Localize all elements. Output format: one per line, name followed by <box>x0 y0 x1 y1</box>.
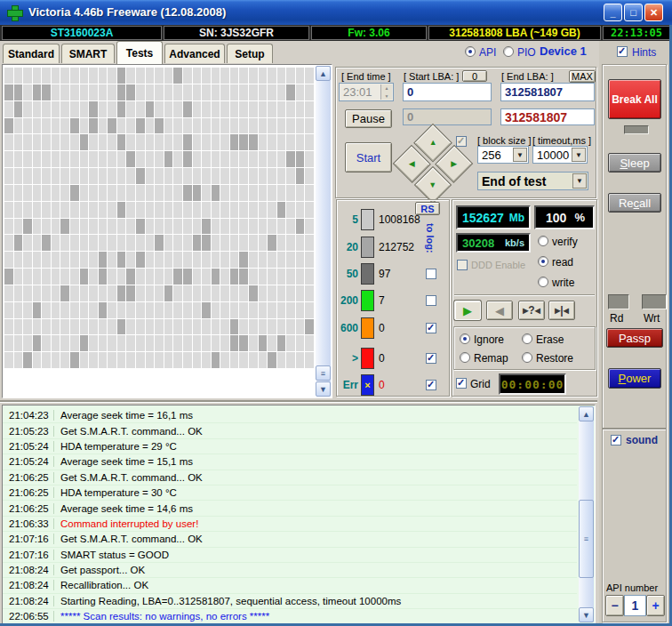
log-panel: 21:04:23 Average seek time = 16,1 ms 21:… <box>2 405 596 624</box>
break-all-button[interactable]: Break All <box>608 79 661 119</box>
tab-smart[interactable]: SMART <box>61 44 115 63</box>
scan-block <box>286 252 295 268</box>
timeout-dropdown-icon[interactable]: ▼ <box>572 148 586 162</box>
scan-block <box>33 168 42 184</box>
api-radio[interactable] <box>465 46 476 57</box>
read-radio[interactable] <box>538 256 548 267</box>
scan-block <box>296 352 305 368</box>
scan-block <box>33 68 42 84</box>
passp-button[interactable]: Passp <box>606 328 663 348</box>
pause-button[interactable]: Pause <box>345 109 392 128</box>
grid-scroll-up-icon[interactable]: ▲ <box>316 66 331 81</box>
scan-block <box>193 202 202 218</box>
end-action-combo[interactable]: End of test ▼ <box>477 172 588 190</box>
scan-block <box>108 118 116 134</box>
verify-radio[interactable] <box>538 236 548 246</box>
start-lba-zero-button[interactable]: 0 <box>462 70 487 82</box>
scan-block <box>249 151 258 167</box>
scan-block <box>296 302 305 318</box>
scan-block <box>305 84 314 100</box>
tab-standard[interactable]: Standard <box>3 44 60 63</box>
scan-block <box>42 302 51 318</box>
log-scroll-up-icon[interactable]: ▲ <box>579 406 594 421</box>
spin-up-icon[interactable]: ▲ <box>385 85 389 91</box>
sleep-button[interactable]: Sleep <box>608 153 661 173</box>
scan-block <box>305 151 314 167</box>
scan-surface-panel: ▲ ≡ ▼ <box>2 64 332 398</box>
minimize-button[interactable]: _ <box>604 4 622 21</box>
scan-block <box>89 134 98 150</box>
restore-radio[interactable] <box>522 352 532 363</box>
scan-block <box>249 168 258 184</box>
close-button[interactable]: ✕ <box>644 4 663 21</box>
block-size-dropdown-icon[interactable]: ▼ <box>513 148 527 162</box>
histogram-block <box>361 209 374 230</box>
seek-test-button[interactable]: ▸?◂ <box>518 301 545 320</box>
start-lba-input[interactable]: 0 <box>403 83 492 101</box>
scan-block <box>173 302 182 318</box>
scan-block <box>80 185 89 201</box>
log-scroll-thumb[interactable]: ≡ <box>579 500 594 578</box>
end-action-dropdown-icon[interactable]: ▼ <box>572 173 587 189</box>
nav-up-icon: ▲ <box>429 138 437 147</box>
scan-block <box>173 151 182 167</box>
scan-block <box>277 84 286 100</box>
write-radio[interactable] <box>538 277 548 287</box>
grid-scroll-down-icon[interactable]: ▼ <box>316 381 331 397</box>
power-label-key: P <box>619 372 627 385</box>
start-button[interactable]: Start <box>345 142 392 173</box>
scan-block <box>42 68 51 84</box>
to-log-checkbox-50[interactable] <box>426 269 436 279</box>
scan-block <box>42 319 51 335</box>
sidebar: Hints Break All Sleep Recall Rd Wrt Pass… <box>599 41 669 624</box>
step-back-button[interactable]: ◀ <box>486 301 513 320</box>
remap-radio[interactable] <box>460 352 470 363</box>
log-scroll-down-icon[interactable]: ▼ <box>579 607 594 622</box>
app-icon[interactable] <box>7 5 21 20</box>
power-label-post: ower <box>626 372 651 385</box>
recall-button[interactable]: Recall <box>608 193 661 213</box>
scan-block <box>286 352 295 368</box>
end-time-spinner[interactable]: ▲ ▼ <box>380 84 392 100</box>
to-log-checkbox-error[interactable] <box>426 380 436 390</box>
scan-block <box>305 285 314 301</box>
play-button[interactable]: ▶ <box>454 301 481 320</box>
sound-checkbox[interactable] <box>611 435 621 445</box>
end-lba-max-button[interactable]: MAX <box>569 70 596 83</box>
ignore-radio[interactable] <box>460 333 470 344</box>
tab-setup[interactable]: Setup <box>227 44 273 63</box>
tab-tests[interactable]: Tests <box>116 41 163 64</box>
scan-block <box>212 84 220 100</box>
recall-label-post: all <box>639 197 651 210</box>
scan-block <box>239 352 248 368</box>
device-label[interactable]: Device 1 <box>540 44 587 58</box>
scan-block <box>277 352 286 368</box>
grid-scrollbar[interactable]: ▲ ≡ ▼ <box>316 66 331 397</box>
end-lba-input[interactable]: 312581807 <box>500 83 595 101</box>
api-number-plus-button[interactable]: + <box>646 595 665 616</box>
scan-block <box>239 68 248 84</box>
grid-checkbox[interactable] <box>456 378 467 389</box>
block-size-combo[interactable]: 256 ▼ <box>477 146 529 164</box>
log-scrollbar[interactable]: ▲ ≡ ▼ <box>579 406 594 622</box>
to-log-checkbox-200[interactable] <box>426 295 436 306</box>
pio-radio[interactable] <box>503 46 514 57</box>
hints-checkbox[interactable] <box>617 46 628 57</box>
scan-block <box>23 101 32 117</box>
erase-radio[interactable] <box>522 333 532 344</box>
maximize-button[interactable]: □ <box>624 4 643 21</box>
scan-block <box>136 319 145 335</box>
api-number-minus-button[interactable]: − <box>605 595 624 616</box>
scan-block <box>212 101 220 117</box>
scan-block <box>268 285 276 301</box>
scan-block <box>60 319 69 335</box>
to-log-checkbox-600[interactable] <box>426 323 436 333</box>
tab-advanced[interactable]: Advanced <box>164 44 225 63</box>
grid-scroll-menu-icon[interactable]: ≡ <box>316 365 331 381</box>
scan-block <box>33 151 42 167</box>
to-log-checkbox-timeout[interactable] <box>426 353 436 364</box>
seek-end-button[interactable]: ▸|◂ <box>548 301 575 320</box>
timeout-combo[interactable]: 10000 ▼ <box>532 146 588 164</box>
spin-down-icon[interactable]: ▼ <box>385 93 389 99</box>
power-button[interactable]: Power <box>608 368 661 389</box>
